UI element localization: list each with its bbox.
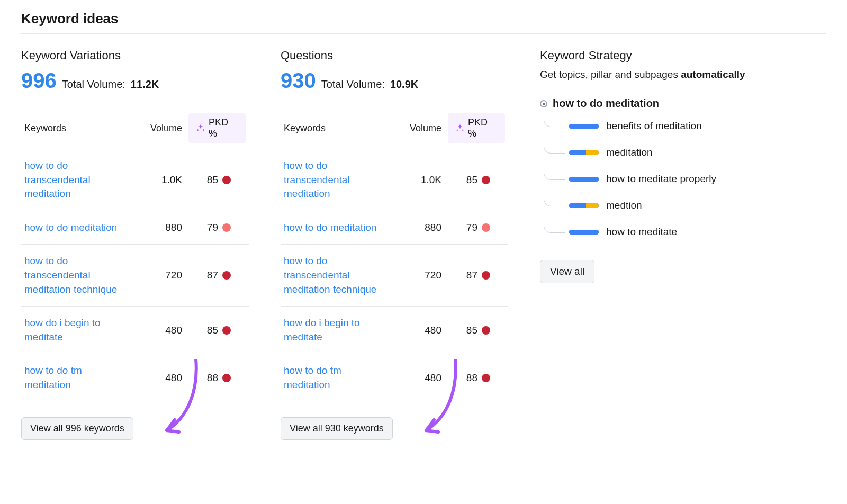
strategy-tree: benefits of meditationmeditationhow to m… [544, 113, 826, 245]
page-title: Keyword ideas [21, 11, 826, 27]
strategy-item-label: how to meditate properly [606, 173, 716, 185]
table-row: how to do transcendental meditation1.0K8… [281, 149, 508, 211]
questions-title: Questions [281, 49, 508, 62]
table-row: how to do transcendental meditation tech… [281, 245, 508, 307]
difficulty-dot-icon [482, 326, 490, 335]
difficulty-dot-icon [482, 176, 490, 184]
variations-summary: 996 Total Volume: 11.2K [21, 69, 249, 93]
pkd-value: 88 [203, 372, 218, 384]
difficulty-dot-icon [222, 374, 231, 382]
keyword-link[interactable]: how do i begin to meditate [284, 316, 390, 344]
variations-count[interactable]: 996 [21, 69, 57, 93]
table-row: how to do tm meditation48088 [21, 354, 249, 402]
table-row: how to do meditation88079 [281, 211, 508, 245]
volume-value: 1.0K [161, 174, 182, 185]
strategy-subtitle: Get topics, pillar and subpages automati… [540, 69, 826, 80]
col-pkd[interactable]: PKD % [445, 107, 508, 149]
divider [21, 33, 826, 34]
strategy-subtitle-prefix: Get topics, pillar and subpages [540, 69, 681, 80]
variations-volume-value: 11.2K [131, 78, 159, 91]
variations-table: Keywords Volume PKD % how to do transcen… [21, 107, 249, 402]
pkd-value: 87 [203, 269, 218, 281]
view-all-variations-button[interactable]: View all 996 keywords [21, 417, 133, 440]
pkd-value: 79 [463, 222, 477, 233]
volume-value: 1.0K [421, 174, 441, 185]
view-all-strategy-button[interactable]: View all [540, 260, 594, 283]
difficulty-dot-icon [482, 271, 490, 280]
pkd-value: 79 [203, 222, 218, 233]
pkd-value: 87 [463, 269, 477, 281]
keyword-link[interactable]: how to do transcendental meditation [284, 159, 390, 201]
volume-value: 880 [165, 222, 182, 233]
strategy-root[interactable]: how to do meditation [540, 97, 826, 110]
table-row: how to do transcendental meditation tech… [21, 245, 249, 307]
questions-volume-value: 10.9K [390, 78, 418, 91]
strategy-tree-item[interactable]: medtion [569, 192, 826, 219]
keyword-link[interactable]: how to do meditation [284, 221, 376, 235]
table-row: how to do transcendental meditation1.0K8… [21, 149, 249, 211]
keyword-link[interactable]: how to do transcendental meditation [24, 159, 130, 201]
questions-volume-label: Total Volume: [321, 78, 385, 91]
col-keywords[interactable]: Keywords [21, 107, 138, 149]
pkd-header-text: PKD % [209, 117, 238, 139]
pkd-value: 88 [463, 372, 477, 384]
table-row: how to do meditation88079 [21, 211, 249, 245]
questions-table: Keywords Volume PKD % how to do transcen… [281, 107, 508, 402]
strategy-item-label: benefits of meditation [606, 120, 702, 132]
questions-tbody: how to do transcendental meditation1.0K8… [281, 149, 508, 402]
columns-layout: Keyword Variations 996 Total Volume: 11.… [21, 49, 826, 440]
strategy-subtitle-bold: automatically [681, 69, 745, 80]
table-row: how do i begin to meditate48085 [281, 307, 508, 354]
strategy-item-label: medtion [606, 200, 642, 211]
volume-value: 880 [425, 222, 441, 233]
strategy-tree-item[interactable]: how to meditate [569, 219, 826, 245]
pkd-value: 85 [463, 325, 477, 336]
pkd-value: 85 [203, 174, 218, 186]
strategy-item-label: meditation [606, 147, 653, 158]
col-volume[interactable]: Volume [397, 107, 445, 149]
keyword-link[interactable]: how to do transcendental meditation tech… [24, 254, 130, 296]
variations-volume-label: Total Volume: [62, 78, 125, 91]
col-pkd[interactable]: PKD % [185, 107, 249, 149]
col-volume[interactable]: Volume [138, 107, 185, 149]
strategy-item-label: how to meditate [606, 226, 677, 238]
volume-value: 720 [165, 269, 182, 281]
strategy-title: Keyword Strategy [540, 49, 826, 62]
strategy-tree-item[interactable]: meditation [569, 139, 826, 166]
volume-value: 480 [165, 325, 182, 336]
keyword-link[interactable]: how to do meditation [24, 221, 117, 235]
pkd-value: 85 [203, 325, 218, 336]
table-row: how to do tm meditation48088 [281, 354, 508, 402]
keyword-variations-panel: Keyword Variations 996 Total Volume: 11.… [21, 49, 249, 440]
questions-panel: Questions 930 Total Volume: 10.9K Keywor… [281, 49, 508, 440]
intent-bar-icon [569, 150, 599, 155]
keyword-link[interactable]: how do i begin to meditate [24, 316, 130, 344]
difficulty-dot-icon [222, 271, 231, 280]
strategy-root-label: how to do meditation [553, 97, 659, 110]
table-row: how do i begin to meditate48085 [21, 307, 249, 354]
questions-count[interactable]: 930 [281, 69, 316, 93]
difficulty-dot-icon [482, 374, 490, 382]
pkd-value: 85 [463, 174, 477, 186]
intent-bar-icon [569, 230, 599, 235]
keyword-link[interactable]: how to do transcendental meditation tech… [284, 254, 390, 296]
volume-value: 720 [425, 269, 441, 281]
variations-tbody: how to do transcendental meditation1.0K8… [21, 149, 249, 402]
col-keywords[interactable]: Keywords [281, 107, 397, 149]
view-all-questions-button[interactable]: View all 930 keywords [281, 417, 393, 440]
volume-value: 480 [425, 325, 441, 336]
strategy-tree-item[interactable]: benefits of meditation [569, 113, 826, 139]
keyword-strategy-panel: Keyword Strategy Get topics, pillar and … [540, 49, 826, 283]
volume-value: 480 [165, 372, 182, 383]
pkd-header-text: PKD % [468, 117, 498, 139]
questions-summary: 930 Total Volume: 10.9K [281, 69, 508, 93]
sparkle-icon [196, 123, 205, 133]
difficulty-dot-icon [222, 326, 231, 335]
keyword-link[interactable]: how to do tm meditation [284, 364, 390, 392]
strategy-tree-item[interactable]: how to meditate properly [569, 166, 826, 192]
intent-bar-icon [569, 124, 599, 129]
difficulty-dot-icon [222, 223, 231, 232]
sparkle-icon [455, 123, 465, 133]
difficulty-dot-icon [222, 176, 231, 184]
keyword-link[interactable]: how to do tm meditation [24, 364, 130, 392]
